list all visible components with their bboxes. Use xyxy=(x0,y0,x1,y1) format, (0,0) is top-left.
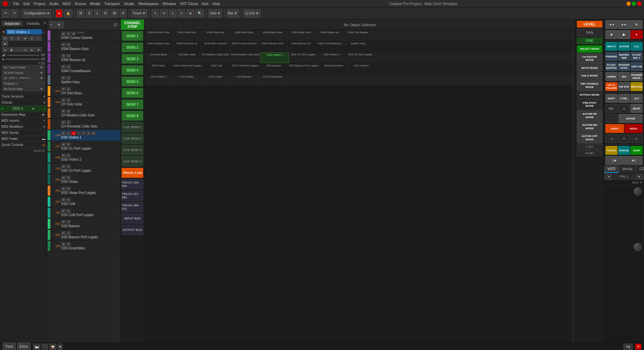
waveform-btn[interactable]: 〰 xyxy=(42,344,48,350)
track-section-toggle[interactable]: ▼ xyxy=(2,30,5,34)
ctrl-btn[interactable]: CTRL xyxy=(618,94,630,103)
trk-m-11[interactable]: M xyxy=(61,142,66,146)
track-row[interactable]: 248 M S SSS Violins 2 xyxy=(47,152,120,163)
track-type-129-256-btn[interactable]: TRACK 129-256 xyxy=(121,179,143,189)
track-row[interactable]: 243 M S CH Solo Bass xyxy=(47,86,120,97)
menu-edit[interactable]: Edit xyxy=(23,2,30,6)
send-4-btn[interactable]: SEND 4 xyxy=(121,65,143,75)
trk-s-2[interactable]: S xyxy=(66,43,71,47)
autom-btn[interactable]: AUTOM xyxy=(618,42,630,51)
track-row-selected[interactable]: 246 M S ● ⋯ 5 R W SSS Violins 1 xyxy=(47,130,120,141)
lock-btn[interactable]: 🔒 xyxy=(64,9,72,17)
inspector-tab[interactable]: Inspector xyxy=(2,21,22,26)
expression-map-section[interactable]: Expression Map ► xyxy=(0,112,47,118)
maximize-btn[interactable] xyxy=(632,2,636,6)
trk-m-13[interactable]: M xyxy=(61,164,66,168)
fine-btn[interactable]: FINE xyxy=(577,38,602,44)
trk-s-17[interactable]: S xyxy=(66,209,71,213)
track-options-btn[interactable]: ▼ xyxy=(57,21,64,28)
minimize-btn[interactable] xyxy=(627,2,631,6)
trk-m-19[interactable]: M xyxy=(61,231,66,235)
autom-rd-mode-btn[interactable]: AUTOM RD MODE xyxy=(577,110,602,121)
menu-file[interactable]: File xyxy=(13,2,19,6)
trk-m-17[interactable]: M xyxy=(61,209,66,213)
mode-l[interactable]: L xyxy=(94,9,101,17)
insp-monitor[interactable]: ▶ xyxy=(9,47,15,52)
cue-send-2-btn[interactable]: CUE SEND 2 xyxy=(121,134,143,144)
midi-input-dropdown[interactable]: All MIDI Inputs ▼ xyxy=(2,70,45,75)
trk-s-13[interactable]: S xyxy=(66,164,71,168)
trk-s-14[interactable]: S xyxy=(66,176,71,180)
alt-btn[interactable]: ALT xyxy=(631,94,643,103)
trk-m-9[interactable]: M xyxy=(61,120,66,124)
bypass-mode-btn[interactable]: BYPASS MODE xyxy=(577,91,602,99)
panner-btn[interactable]: PANNER xyxy=(605,52,617,61)
tool-split[interactable]: ✂ xyxy=(178,9,185,17)
track-row[interactable]: M S CH Romantic Cello Solo xyxy=(47,119,120,130)
knob-1[interactable] xyxy=(634,187,642,195)
inspector-options[interactable]: ≡ xyxy=(44,21,46,26)
trk-m-3[interactable]: M xyxy=(61,54,66,58)
vol-slider[interactable] xyxy=(7,55,39,56)
enter-btn[interactable]: ENTER xyxy=(618,114,643,123)
menu-project[interactable]: Project xyxy=(34,2,45,6)
trk-m-2[interactable]: M xyxy=(61,43,66,47)
drum-btn[interactable]: 🥁 xyxy=(49,344,56,350)
grid-dropdown[interactable]: Grid ▼ xyxy=(208,9,222,17)
menu-vst-cloud[interactable]: VST Cloud xyxy=(180,2,198,6)
menu-help[interactable]: Help xyxy=(212,2,220,6)
track-row[interactable]: 254 M S SSS Basses xyxy=(47,218,120,230)
insp-num1[interactable]: 5 xyxy=(22,47,28,52)
select-mode-btn[interactable]: SELECT MODE xyxy=(577,45,602,53)
configurations-dropdown[interactable]: Configurations ▼ xyxy=(22,9,51,17)
trk-m-15[interactable]: M xyxy=(61,187,66,191)
midi-inserts-section[interactable]: MIDI Inserts + xyxy=(0,118,47,124)
track-versions-section[interactable]: Track Versions ≡ xyxy=(0,94,47,100)
nav-loop-btn[interactable]: ⟳ xyxy=(631,20,643,29)
rack-nav-next[interactable]: ► xyxy=(636,174,643,179)
shift-btn[interactable]: SHIFT xyxy=(605,94,617,103)
track-type-385-512-btn[interactable]: TRACK 385-512 xyxy=(121,202,143,212)
piano-btn[interactable]: 🎹 xyxy=(33,344,40,350)
trk-s-18[interactable]: S xyxy=(66,220,71,224)
visibility-tab[interactable]: Visibility xyxy=(24,21,43,26)
trk-s-5[interactable]: S xyxy=(66,76,71,80)
nav-left-btn[interactable]: ◄◄ xyxy=(605,20,617,29)
inf-set-btn[interactable]: -inf SET xyxy=(577,150,602,156)
track-row[interactable]: 247 M S SSS V1 Perf Legato xyxy=(47,141,120,152)
mkrs-btn[interactable]: MKR S xyxy=(605,42,617,51)
close-btn[interactable] xyxy=(637,2,641,6)
trk-s-19[interactable]: S xyxy=(66,231,71,235)
kb-std-btn[interactable]: KB STD xyxy=(618,82,630,91)
trk-m-6[interactable]: M xyxy=(61,87,66,91)
menu-workspaces[interactable]: Workspaces xyxy=(138,2,158,6)
tool-erase[interactable]: ◇ xyxy=(169,9,177,17)
midi-fader-section[interactable]: MIDI Fader ▬ xyxy=(0,136,47,142)
mode-s[interactable]: S xyxy=(86,9,93,17)
trk-m-4[interactable]: M xyxy=(61,65,66,69)
dfader-mode-btn[interactable]: DFADER MODE xyxy=(631,72,643,81)
trk-m-14[interactable]: M xyxy=(61,176,66,180)
chords-section[interactable]: Chords ≡ xyxy=(0,100,47,106)
midi-sends-section[interactable]: MIDI Sends → xyxy=(0,130,47,136)
up-btn[interactable]: ▲ xyxy=(618,104,630,113)
pan-btn[interactable]: PAN xyxy=(577,29,602,36)
insp-w-btn[interactable]: W xyxy=(22,36,28,41)
cue-send-4-btn[interactable]: CUE SEND 4 xyxy=(121,156,143,166)
nav-right-btn[interactable]: ►► xyxy=(618,20,630,29)
add-track-btn[interactable]: + xyxy=(50,21,56,28)
menu-transport[interactable]: Transport xyxy=(104,2,120,6)
trk-s-16[interactable]: S xyxy=(66,198,71,202)
send-2-btn[interactable]: SEND 2 xyxy=(121,42,143,52)
trk-dots-10[interactable]: ⋯ xyxy=(76,131,81,135)
drum-map-dropdown[interactable]: No Drum Map ▼ xyxy=(2,87,45,91)
trk-s-20[interactable]: S xyxy=(66,242,71,246)
track-row[interactable]: 255 M S SSS Basses Perf Legato xyxy=(47,230,120,241)
resync-btn[interactable]: RESYNC xyxy=(631,82,643,91)
editor-tab-btn[interactable]: Editor xyxy=(17,343,31,350)
rec-btn[interactable]: ● xyxy=(631,30,643,39)
insp-midi[interactable]: ■ xyxy=(2,41,8,46)
program-dropdown[interactable]: Program 1 xyxy=(2,81,45,86)
track-row[interactable]: M S SSW ContraBasson xyxy=(47,63,120,74)
insp-dots[interactable]: ⋯ xyxy=(36,36,42,41)
